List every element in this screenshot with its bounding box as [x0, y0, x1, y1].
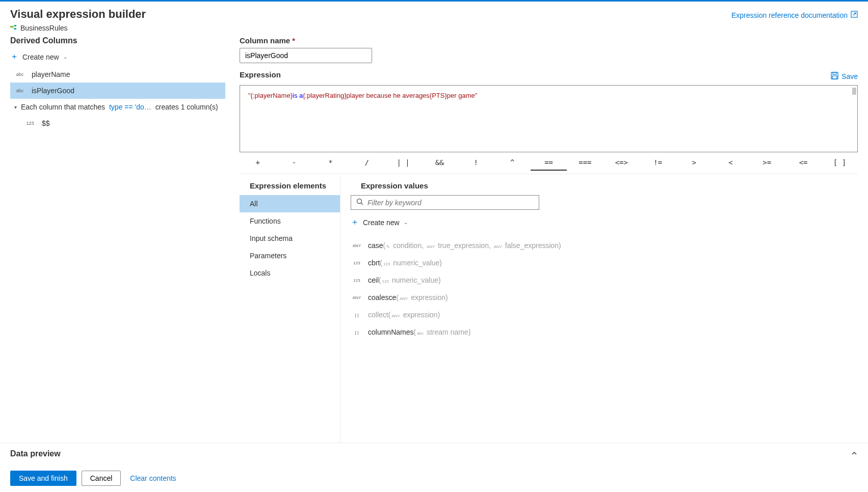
element-item[interactable]: Functions: [240, 212, 340, 230]
main: Derived Columns ＋ Create new ⌄ abc playe…: [0, 32, 868, 443]
element-item[interactable]: Input schema: [240, 230, 340, 247]
cancel-button[interactable]: Cancel: [82, 471, 121, 486]
column-item-playername[interactable]: abc playerName: [10, 66, 225, 83]
column-name-label: Column name *: [240, 36, 858, 45]
save-label: Save: [841, 72, 858, 80]
filter-input[interactable]: [367, 199, 534, 207]
plus-icon: ＋: [10, 51, 18, 62]
breadcrumb-label: BusinessRules: [20, 24, 68, 32]
expression-values-panel: Expression values ＋ Create new ⌄: [340, 176, 858, 443]
save-icon: [831, 72, 838, 81]
pattern-expression[interactable]: type == 'do…: [109, 103, 151, 111]
element-item[interactable]: Locals: [240, 264, 340, 282]
sub-column-item[interactable]: 123 $$: [10, 115, 225, 131]
value-item[interactable]: 123ceil(123 numeric_value): [351, 271, 848, 289]
operator-button[interactable]: *: [312, 155, 349, 171]
filter-search-box[interactable]: [351, 195, 539, 210]
page-title: Visual expression builder: [10, 8, 146, 21]
column-item-isplayergood[interactable]: abc isPlayerGood: [10, 83, 225, 99]
element-list: AllFunctionsInput schemaParametersLocals: [240, 195, 340, 282]
sidebar-title: Derived Columns: [10, 36, 225, 45]
function-args: (abc stream name): [413, 328, 470, 336]
operator-button[interactable]: ===: [567, 155, 603, 171]
create-new-value[interactable]: ＋ Create new ⌄: [351, 215, 848, 232]
editor-scrollbar[interactable]: [851, 88, 856, 150]
clear-contents-link[interactable]: Clear contents: [126, 471, 180, 485]
doc-link[interactable]: Expression reference documentation: [731, 11, 858, 19]
tok: player because he averages: [347, 92, 430, 99]
svg-rect-6: [832, 76, 837, 79]
function-args: (ANY expression): [388, 311, 440, 319]
column-list: abc playerName abc isPlayerGood: [10, 66, 225, 99]
function-args: (ANY expression): [396, 293, 448, 302]
function-args: (123 numeric_value): [379, 276, 441, 284]
function-signature: case(✎ condition, ANY true_expression, A…: [368, 241, 561, 250]
header-left: Visual expression builder BusinessRules: [10, 8, 146, 32]
expression-editor[interactable]: "{:playerName} is a {:playerRating} play…: [240, 85, 858, 152]
value-item[interactable]: ANYcoalesce(ANY expression): [351, 289, 848, 306]
function-signature: ceil(123 numeric_value): [368, 276, 441, 284]
save-expression-button[interactable]: Save: [831, 72, 858, 81]
operator-button[interactable]: <=>: [603, 155, 640, 171]
plus-icon: ＋: [351, 217, 359, 228]
required-asterisk: *: [292, 36, 295, 45]
chevron-down-icon: ⌄: [404, 220, 408, 225]
value-item[interactable]: [ ]columnNames(abc stream name): [351, 323, 848, 341]
create-new-column[interactable]: ＋ Create new ⌄: [10, 49, 225, 66]
create-new-value-label: Create new: [363, 218, 400, 227]
column-name: isPlayerGood: [32, 87, 74, 95]
column-pattern-row[interactable]: ▾ Each column that matches type == 'do… …: [10, 99, 225, 115]
expression-line: "{:playerName} is a {:playerRating} play…: [248, 92, 849, 99]
type-badge-123: 123: [24, 121, 36, 126]
expression-header: Expression Save: [240, 70, 858, 82]
content: Column name * Expression Save: [225, 32, 868, 443]
pattern-suffix: creates 1 column(s): [155, 103, 218, 111]
sub-column-name: $$: [42, 119, 50, 127]
tok: per game": [447, 92, 478, 99]
operator-button[interactable]: >=: [749, 155, 785, 171]
return-type-badge: [ ]: [351, 313, 363, 317]
data-preview-title: Data preview: [10, 449, 61, 458]
operator-button[interactable]: | |: [385, 155, 421, 171]
value-item[interactable]: [ ]collect(ANY expression): [351, 306, 848, 323]
operator-button[interactable]: !=: [640, 155, 676, 171]
chevron-down-icon: ⌄: [63, 54, 67, 60]
scrollbar-thumb[interactable]: [852, 88, 856, 95]
save-and-finish-button[interactable]: Save and finish: [10, 471, 76, 486]
function-name: columnNames: [368, 328, 413, 336]
return-type-badge: ANY: [351, 243, 363, 248]
value-item[interactable]: ANYcase(✎ condition, ANY true_expression…: [351, 237, 848, 254]
operator-button[interactable]: <: [713, 155, 749, 171]
column-name-input[interactable]: [240, 48, 372, 63]
caret-down-icon: ▾: [14, 104, 17, 110]
operator-button[interactable]: [ ]: [822, 155, 858, 171]
search-icon: [356, 198, 363, 207]
operator-button[interactable]: ==: [531, 155, 567, 171]
element-item[interactable]: All: [240, 195, 340, 212]
data-preview-bar[interactable]: Data preview: [0, 443, 868, 464]
operator-button[interactable]: !: [458, 155, 494, 171]
operator-button[interactable]: >: [676, 155, 712, 171]
operator-button[interactable]: ^: [494, 155, 531, 171]
value-item[interactable]: 123cbrt(123 numeric_value): [351, 254, 848, 271]
operator-button[interactable]: &&: [422, 155, 458, 171]
expression-label: Expression: [240, 70, 281, 79]
element-item[interactable]: Parameters: [240, 247, 340, 264]
lower-panel: Expression elements AllFunctionsInput sc…: [240, 176, 858, 443]
svg-rect-2: [14, 28, 16, 30]
breadcrumb[interactable]: BusinessRules: [10, 24, 146, 32]
svg-point-7: [357, 199, 362, 204]
operator-button[interactable]: <=: [785, 155, 821, 171]
operator-toolbar: +-*/| |&&!^=====<=>!=><>=<=[ ]: [240, 152, 858, 174]
operator-button[interactable]: /: [349, 155, 385, 171]
type-badge-abc: abc: [14, 72, 25, 77]
column-name: playerName: [32, 70, 70, 78]
operator-button[interactable]: -: [276, 155, 312, 171]
chevron-up-icon[interactable]: [851, 450, 858, 458]
header: Visual expression builder BusinessRules …: [0, 2, 868, 32]
flow-icon: [10, 24, 17, 32]
svg-rect-5: [833, 72, 836, 74]
tok: {PTS}: [430, 92, 447, 99]
operator-button[interactable]: +: [240, 155, 276, 171]
arg-type-badge: ANY: [390, 314, 401, 318]
